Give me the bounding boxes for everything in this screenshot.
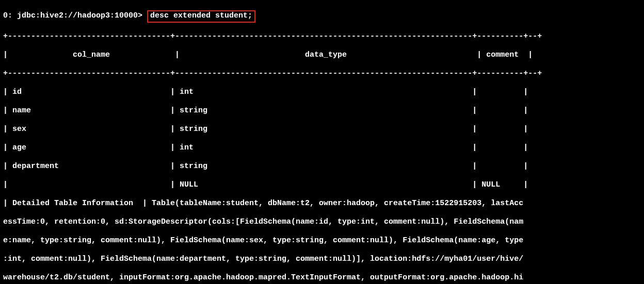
prompt-line[interactable]: 0: jdbc:hive2://hadoop3:10000> desc exte… (3, 11, 641, 23)
table-row: | id | int | | (3, 88, 641, 97)
detail-line: | Detailed Table Information | Table(tab… (3, 199, 641, 208)
detail-line: essTime:0, retention:0, sd:StorageDescri… (3, 218, 641, 227)
prompt-prefix: 0: jdbc:hive2://hadoop3:10000> (3, 11, 142, 20)
table-row: | department | string | | (3, 162, 641, 171)
table-border-top: +-----------------------------------+---… (3, 32, 641, 41)
command-highlight: desc extended student; (147, 10, 255, 23)
terminal-output: 0: jdbc:hive2://hadoop3:10000> desc exte… (0, 0, 644, 284)
detail-line: e:name, type:string, comment:null), Fiel… (3, 236, 641, 245)
detail-line: warehouse/t2.db/student, inputFormat:org… (3, 273, 641, 282)
table-row: | age | int | | (3, 143, 641, 153)
table-row: | name | string | | (3, 106, 641, 115)
table-row: | | NULL | NULL | (3, 180, 641, 190)
table-row: | sex | string | | (3, 125, 641, 134)
table-border-mid: +-----------------------------------+---… (3, 69, 641, 78)
table-header: | col_name | data_type | comment | (3, 51, 641, 60)
detail-line: :int, comment:null), FieldSchema(name:de… (3, 255, 641, 264)
